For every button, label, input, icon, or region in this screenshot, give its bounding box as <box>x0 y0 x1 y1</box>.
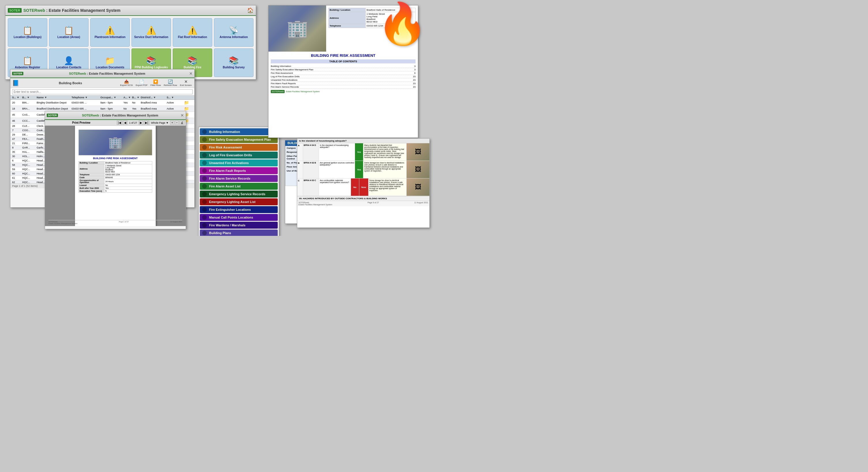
menu-item-building-plans[interactable]: Building Plans <box>200 229 278 236</box>
menu-item-building-info[interactable]: Building Information <box>200 128 278 135</box>
table-row[interactable]: 20BIN...Bingley Distribution Depot03433 … <box>10 100 194 106</box>
search-bar <box>10 88 194 95</box>
qa-footer: SOTERwebEstate Facilities Management Sys… <box>297 201 429 206</box>
service-duct-icon: ⚠️ <box>146 27 156 35</box>
menu-item-label: Fire Alarm Asset List <box>209 185 241 188</box>
asbestos-label: Asbestos Register <box>15 66 40 69</box>
main-title: SOTERweb : Estate Facilities Management … <box>23 8 121 13</box>
service-duct-label: Service Duct Information <box>134 35 168 39</box>
bullet-icon <box>202 153 207 157</box>
grid-item-location-areas[interactable]: 📋 Location (Areas) <box>49 18 89 47</box>
export-pdf-btn[interactable]: 📄Export PDF <box>135 79 148 87</box>
first-page-btn[interactable]: |◀ <box>117 121 122 125</box>
doc-info-table: Building / LocationBradford Halls of Res… <box>79 161 152 193</box>
grid-item-antenna[interactable]: 📡 Antenna Information <box>214 18 253 47</box>
menu-item-label: Emergency Lighting Asset List <box>209 200 255 203</box>
qa-footer-left: SOTERwebEstate Facilities Management Sys… <box>299 201 332 206</box>
books-toolbar: 📘 Building Books 📤Export SCSI 📄Export PD… <box>10 78 194 88</box>
menu-item-fire-alarm-service[interactable]: Fire Alarm Service Records <box>200 175 278 182</box>
doc-title: BUILDING FIRE RISK ASSESSMENT <box>79 157 152 160</box>
menu-item-label: Unwanted Fire Activations <box>209 161 249 165</box>
home-icon[interactable]: 🏠 <box>247 7 253 13</box>
qa-image-a: 🖼 <box>406 143 429 161</box>
qa-row-b: B BFRA H 02 B Are general ignition sourc… <box>297 161 429 179</box>
books-close-icon[interactable]: ✕ <box>189 71 193 76</box>
filter-row-btn[interactable]: 🔽Filter Row <box>150 79 162 87</box>
prev-page-btn[interactable]: ◀ <box>123 121 127 125</box>
col-b2: B... ▼ <box>132 96 141 99</box>
grid-item-flat-roof[interactable]: ⚠️ Flat Roof Information <box>173 18 212 47</box>
toc-row: Fire Safety Evacuation Management Plan3 <box>271 68 415 71</box>
bullet-icon <box>202 223 207 227</box>
next-page-btn[interactable]: ▶ <box>139 121 143 125</box>
location-areas-label: Location (Areas) <box>57 35 80 39</box>
grid-item-plantroom[interactable]: ⚠️ Plantroom Information <box>90 18 130 47</box>
menu-item-label: Emergency Lighting Service Records <box>209 192 265 196</box>
fra-body: BUILDING FIRE RISK ASSESSMENT TABLE OF C… <box>269 52 418 95</box>
refresh-btn[interactable]: 🔄Refresh Row <box>163 79 178 87</box>
menu-item-fire-extinguisher[interactable]: Fire Extinguisher Locations <box>200 206 278 213</box>
col-name: Name ▼ <box>37 96 71 99</box>
qa-section-title: Is the standard of housekeeping adequate… <box>297 139 429 143</box>
col-b: B... ▼ <box>22 96 37 99</box>
bullet-icon <box>202 215 207 220</box>
preview-close-icon[interactable]: ✕ <box>181 113 184 118</box>
grid-item-building-survey[interactable]: 📚 Building Survey <box>214 49 253 77</box>
toc-row: Unwanted Fire Activations23 <box>271 78 415 82</box>
bullet-icon <box>202 176 207 181</box>
menu-item-fire-alarm-asset[interactable]: Fire Alarm Asset List <box>200 183 278 190</box>
last-page-btn[interactable]: ▶| <box>144 121 149 125</box>
menu-item-unwanted-fire[interactable]: Unwanted Fire Activations <box>200 159 278 166</box>
menu-item-label: Building Information <box>209 130 240 133</box>
flat-roof-label: Flat Roof Information <box>178 35 207 39</box>
bullet-icon <box>202 199 207 204</box>
menu-item-label: Building Plans <box>209 231 231 235</box>
ppm-logbooks-icon: 📚 <box>146 57 156 65</box>
flame-icon: 🔥 <box>377 3 428 44</box>
location-areas-icon: 📋 <box>64 27 74 35</box>
zoom-out-btn[interactable]: − <box>175 121 179 125</box>
bullet-icon <box>202 161 207 165</box>
grid-item-location-buildings[interactable]: 📋 Location (Buildings) <box>8 18 47 47</box>
menu-item-fire-alarm-fault[interactable]: Fire Alarm Fault Reports <box>200 167 278 174</box>
bullet-icon <box>202 145 207 150</box>
export-scsi-btn[interactable]: 📤Export SCSI <box>119 79 133 87</box>
preview-subtitle: Print Preview <box>46 121 116 124</box>
soter-logo-text: SOTER <box>9 9 20 12</box>
page-indicator: 1 of 27 <box>128 121 138 124</box>
exit-btn[interactable]: ✕Exit Screen <box>179 79 193 87</box>
col-s: S... ▼ <box>12 96 22 99</box>
bullet-icon <box>202 168 207 173</box>
footer-center: Page 1 of 27 <box>119 221 129 224</box>
zoom-in-btn[interactable]: + <box>170 121 174 125</box>
building-fire-label: Building Fire <box>184 66 201 69</box>
menu-item-fire-risk-assessment[interactable]: Fire Risk Assessment <box>200 144 278 151</box>
qa-row-a: A BFRA H 04 D Is the standard of houseke… <box>297 143 429 161</box>
bullet-icon <box>202 207 207 212</box>
print-btn[interactable]: 🖨 <box>179 121 185 125</box>
menu-item-emergency-lighting-service[interactable]: Emergency Lighting Service Records <box>200 191 278 197</box>
menu-item-label: Manual Call Points Locations <box>209 216 253 219</box>
flat-roof-icon: ⚠️ <box>187 27 197 35</box>
preview-toolbar: Print Preview |◀ ◀ 1 of 27 ▶ ▶| Whole Pa… <box>45 120 186 126</box>
table-header: S... ▼ B... ▼ Name ▼ Telephone ▼ Occupat… <box>10 95 194 100</box>
menu-item-fire-wardens[interactable]: Fire Wardens / Marshals <box>200 222 278 229</box>
building-survey-label: Building Survey <box>223 66 245 69</box>
documents-icon: 📁 <box>105 57 115 65</box>
location-buildings-icon: 📋 <box>23 27 33 35</box>
fra-main-title: BUILDING FIRE RISK ASSESSMENT <box>271 53 415 58</box>
main-header: SOTER SOTERweb : Estate Facilities Manag… <box>5 5 256 16</box>
grid-item-service-duct[interactable]: ⚠️ Service Duct Information <box>131 18 171 47</box>
menu-item-emergency-lighting-asset[interactable]: Emergency Lighting Asset List <box>200 198 278 205</box>
col-dist: District/... ▼ <box>141 96 167 99</box>
bullet-icon <box>202 129 207 134</box>
toc-row: Fire Alarm Fault Reports23 <box>271 82 415 85</box>
menu-item-label: Fire Extinguisher Locations <box>209 208 251 211</box>
menu-item-label: Fire Wardens / Marshals <box>209 223 245 227</box>
documents-label: Location Documents <box>96 66 124 69</box>
menu-item-manual-call-points[interactable]: Manual Call Points Locations <box>200 214 278 221</box>
menu-item-fire-evac-drills[interactable]: Log of Fire Evacuation Drills <box>200 152 278 159</box>
books-soter-logo: SOTER <box>12 72 23 75</box>
menu-item-fire-safety-evac[interactable]: Fire Safety Evacuation Management Plan <box>200 136 278 143</box>
search-input[interactable] <box>12 89 193 94</box>
